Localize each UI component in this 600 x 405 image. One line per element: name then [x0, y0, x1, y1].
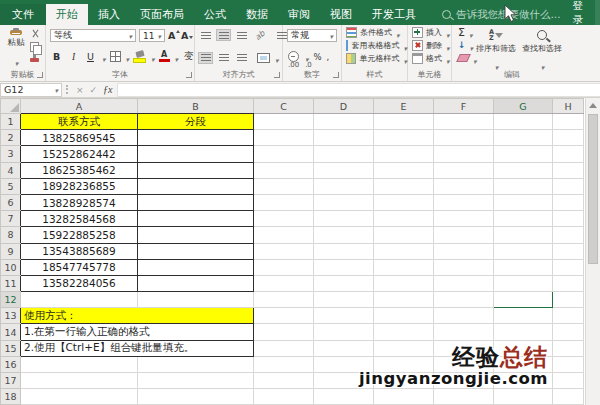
- tab-file[interactable]: 文件: [0, 4, 46, 25]
- cell-B5[interactable]: [138, 178, 254, 194]
- cell-A11[interactable]: 13582284056: [21, 275, 138, 291]
- cell-D14[interactable]: [314, 324, 374, 340]
- tab-developer[interactable]: 开发工具: [362, 4, 426, 25]
- cell-F12[interactable]: [434, 292, 494, 308]
- align-right-button[interactable]: [234, 52, 249, 64]
- cell-D13[interactable]: [314, 308, 374, 324]
- cell-D16[interactable]: [314, 356, 374, 372]
- cell-D7[interactable]: [314, 211, 374, 227]
- cell-C15[interactable]: [254, 340, 314, 356]
- cell-E14[interactable]: [374, 324, 434, 340]
- tab-view[interactable]: 视图: [320, 4, 362, 25]
- cell-G18[interactable]: [494, 389, 553, 405]
- align-left-button[interactable]: [198, 52, 213, 64]
- cell-A9[interactable]: 13543885689: [21, 243, 138, 259]
- cell-B11[interactable]: [138, 275, 254, 291]
- cell-F14[interactable]: [434, 324, 494, 340]
- cell-C7[interactable]: [254, 211, 314, 227]
- cell-B18[interactable]: [138, 389, 254, 405]
- cell-H6[interactable]: [553, 194, 584, 210]
- borders-dropdown-icon[interactable]: [125, 47, 130, 66]
- cell-C8[interactable]: [254, 227, 314, 243]
- column-header-D[interactable]: D: [314, 99, 374, 114]
- font-color-dropdown-icon[interactable]: [174, 47, 179, 66]
- column-header-F[interactable]: F: [434, 99, 494, 114]
- cell-G15[interactable]: [494, 340, 553, 356]
- cell-B16[interactable]: [138, 356, 254, 372]
- orientation-button[interactable]: ab: [252, 29, 267, 41]
- worksheet-grid[interactable]: ABCDEFGH1联系方式分段2138258695453152528624424…: [0, 98, 585, 405]
- select-all-corner[interactable]: [1, 99, 21, 114]
- cell-F10[interactable]: [434, 259, 494, 275]
- cell-C13[interactable]: [254, 308, 314, 324]
- column-header-B[interactable]: B: [138, 99, 254, 114]
- cell-C12[interactable]: [254, 292, 314, 308]
- bold-button[interactable]: B: [50, 50, 63, 63]
- cell-H12[interactable]: [553, 292, 584, 308]
- increase-decimal-button[interactable]: .00: [288, 61, 299, 69]
- row-header-10[interactable]: 10: [1, 259, 21, 275]
- cell-G9[interactable]: [494, 243, 553, 259]
- tell-me-search[interactable]: 告诉我您想要做什么...: [442, 4, 561, 25]
- cell-E3[interactable]: [374, 146, 434, 162]
- cell-H14[interactable]: [553, 324, 584, 340]
- cell-A5[interactable]: 18928236855: [21, 178, 138, 194]
- cell-H2[interactable]: [553, 130, 584, 146]
- cell-F13[interactable]: [434, 308, 494, 324]
- cell-D18[interactable]: [314, 389, 374, 405]
- cell-G4[interactable]: [494, 162, 553, 178]
- share-button[interactable]: 共享: [595, 0, 600, 25]
- cell-H3[interactable]: [553, 146, 584, 162]
- cut-icon[interactable]: [30, 29, 40, 39]
- cell-A2[interactable]: 13825869545: [21, 130, 138, 146]
- cell-A13[interactable]: 使用方式：: [21, 308, 254, 324]
- cell-E18[interactable]: [374, 389, 434, 405]
- font-name-select[interactable]: 等线: [50, 29, 136, 42]
- cell-A16[interactable]: [21, 356, 138, 372]
- cell-D15[interactable]: [314, 340, 374, 356]
- dialog-launcher-icon[interactable]: [37, 72, 43, 78]
- column-header-A[interactable]: A: [21, 99, 138, 114]
- cell-A18[interactable]: [21, 389, 138, 405]
- cell-B3[interactable]: [138, 146, 254, 162]
- cell-H9[interactable]: [553, 243, 584, 259]
- cell-B17[interactable]: [138, 373, 254, 389]
- cell-E1[interactable]: [374, 114, 434, 130]
- row-header-12[interactable]: 12: [1, 292, 21, 308]
- scrollbar-thumb[interactable]: [588, 114, 598, 264]
- row-header-4[interactable]: 4: [1, 162, 21, 178]
- row-header-18[interactable]: 18: [1, 389, 21, 405]
- cell-G13[interactable]: [494, 308, 553, 324]
- comma-format-button[interactable]: ,: [327, 52, 330, 62]
- tab-review[interactable]: 审阅: [278, 4, 320, 25]
- cell-H18[interactable]: [553, 389, 584, 405]
- cell-G11[interactable]: [494, 275, 553, 291]
- cell-F15[interactable]: [434, 340, 494, 356]
- row-header-13[interactable]: 13: [1, 308, 21, 324]
- cell-B2[interactable]: [138, 130, 254, 146]
- cell-C11[interactable]: [254, 275, 314, 291]
- cell-A12[interactable]: [21, 292, 138, 308]
- cell-A14[interactable]: 1.在第一行输入正确的格式: [21, 324, 254, 340]
- cell-D10[interactable]: [314, 259, 374, 275]
- tab-data[interactable]: 数据: [236, 4, 278, 25]
- formula-input[interactable]: [117, 83, 600, 97]
- row-header-5[interactable]: 5: [1, 178, 21, 194]
- insert-function-icon[interactable]: ƒx: [103, 84, 112, 95]
- cell-G14[interactable]: [494, 324, 553, 340]
- cell-A8[interactable]: 15922885258: [21, 227, 138, 243]
- cell-H11[interactable]: [553, 275, 584, 291]
- cell-B9[interactable]: [138, 243, 254, 259]
- cell-D8[interactable]: [314, 227, 374, 243]
- tab-home[interactable]: 开始: [46, 4, 88, 25]
- dialog-launcher-icon[interactable]: [333, 72, 339, 78]
- cell-E12[interactable]: [374, 292, 434, 308]
- cell-E5[interactable]: [374, 178, 434, 194]
- cell-E8[interactable]: [374, 227, 434, 243]
- row-header-3[interactable]: 3: [1, 146, 21, 162]
- align-bottom-button[interactable]: [234, 29, 249, 41]
- merge-dropdown-icon[interactable]: [274, 48, 279, 67]
- row-header-17[interactable]: 17: [1, 373, 21, 389]
- underline-button[interactable]: U: [84, 50, 97, 63]
- column-header-C[interactable]: C: [254, 99, 314, 114]
